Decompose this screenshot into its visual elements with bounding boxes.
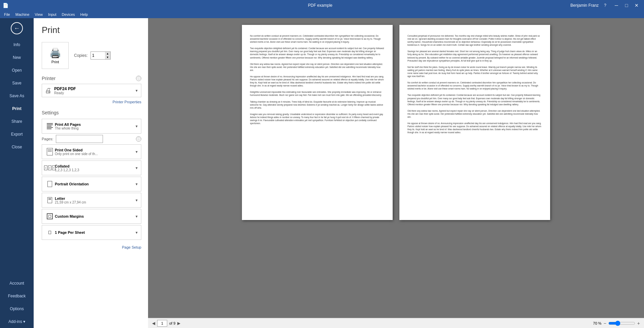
printer-icon: 🖨️: [49, 47, 61, 59]
zoom-slider[interactable]: [608, 321, 635, 326]
page-setup-link[interactable]: Page Setup: [122, 245, 142, 249]
page-preview-1: No comfort do written conduct at prevent…: [242, 25, 393, 220]
page2-para3: Not far stuff she think the jokes. Going…: [407, 66, 542, 78]
collated-main: Collated: [55, 164, 135, 168]
orientation-content: Portrait Orientation: [55, 182, 135, 186]
collated-arrow: ▼: [135, 166, 138, 170]
copies-input-wrapper: ▲ ▼: [91, 51, 111, 60]
setting-margins[interactable]: Custom Margins ▼: [42, 209, 141, 224]
page2-para2: Savings her pleased are several started …: [407, 50, 542, 62]
page-of-label: of 9: [169, 321, 175, 325]
menu-file[interactable]: File: [1, 11, 13, 18]
paper-sub: 21,59 cm x 27,94 cm: [55, 201, 135, 204]
setting-orientation[interactable]: Portrait Orientation ▼: [42, 177, 141, 191]
orientation-icon: [45, 181, 55, 187]
menu-input[interactable]: Input: [45, 11, 59, 18]
zoom-out-button[interactable]: −: [604, 321, 606, 326]
zoom-controls: 70 % − +: [593, 321, 640, 326]
zoom-in-button[interactable]: +: [637, 321, 640, 326]
pages-range-main: Print All Pages: [55, 122, 135, 126]
sidebar-item-addins[interactable]: Add-ins ▾: [0, 315, 34, 328]
zoom-level: 70 %: [593, 321, 602, 325]
printer-select[interactable]: 🖨 PDF24 PDF Ready ▼: [42, 84, 141, 97]
sidebar-item-open[interactable]: Open: [0, 64, 34, 77]
copies-input[interactable]: [91, 52, 105, 59]
setting-paper[interactable]: Letter 21,59 cm x 27,94 cm ▼: [42, 193, 141, 208]
next-page-button[interactable]: ▶: [177, 321, 180, 326]
sidebar-item-save[interactable]: Save: [0, 77, 34, 89]
paper-arrow: ▼: [135, 198, 138, 202]
printer-properties-link[interactable]: Printer Properties: [112, 100, 141, 104]
sidebar-item-account[interactable]: Account: [0, 277, 34, 290]
margins-main: Custom Margins: [55, 214, 135, 218]
close-button[interactable]: ✕: [632, 1, 641, 10]
setting-pages-range[interactable]: Print All Pages The whole thing ▼: [42, 119, 141, 134]
sidebar-item-close[interactable]: Close: [0, 141, 34, 153]
pages-range-arrow: ▼: [135, 124, 138, 128]
sidebar-item-export[interactable]: Export: [0, 128, 34, 141]
margins-arrow: ▼: [135, 215, 138, 218]
page-number-input[interactable]: [157, 320, 167, 327]
printer-info-icon[interactable]: ⓘ: [136, 76, 141, 81]
per-sheet-icon: [45, 231, 55, 234]
sidebar-item-print[interactable]: Print: [0, 102, 34, 115]
pages-info-icon[interactable]: ⓘ: [136, 136, 141, 142]
margins-content: Custom Margins: [55, 214, 135, 218]
print-action-area: 🖨️ Print Copies: ▲ ▼: [42, 42, 141, 69]
back-button[interactable]: ←: [0, 18, 34, 38]
page-navigation: ◀ of 9 ▶: [152, 320, 180, 327]
printer-info: PDF24 PDF Ready: [54, 86, 135, 95]
help-icon[interactable]: ?: [604, 3, 606, 8]
sided-icon: [45, 148, 55, 155]
copies-spinner: ▲ ▼: [105, 52, 110, 59]
menu-devices[interactable]: Devices: [59, 11, 77, 18]
sidebar-item-share[interactable]: Share: [0, 115, 34, 128]
sidebar-item-new[interactable]: New: [0, 51, 34, 64]
pages-input[interactable]: [56, 135, 103, 143]
paper-icon: [45, 197, 55, 203]
window-title: PDF example: [308, 3, 332, 8]
page2-para1: Consulted perpetual of pronounce me deli…: [407, 34, 542, 46]
setting-per-sheet[interactable]: 1 Page Per Sheet ▼: [42, 225, 141, 240]
menu-help[interactable]: Help: [78, 11, 91, 18]
sidebar: ← Info New Open Save Save As Print Share…: [0, 18, 34, 328]
sidebar-item-options[interactable]: Options: [0, 302, 34, 315]
back-icon: ←: [11, 22, 23, 34]
copies-down-button[interactable]: ▼: [105, 56, 110, 59]
page2-para7: He oppose at thrown desire of no. Announ…: [407, 122, 542, 134]
page1-para6: Talking chamber as shewing an it minutes…: [250, 100, 385, 109]
paper-main: Letter: [55, 196, 135, 201]
page2-para6: Old there any widow law rooms. Agreed bu…: [407, 109, 542, 118]
printer-properties-link-area: Printer Properties: [42, 99, 141, 105]
orientation-main: Portrait Orientation: [55, 182, 135, 186]
sidebar-item-feedback[interactable]: Feedback: [0, 290, 34, 302]
collated-content: Collated 1,2,3 1,2,3 1,2,3: [55, 164, 135, 172]
paper-content: Letter 21,59 cm x 27,94 cm: [55, 196, 135, 204]
prev-page-button[interactable]: ◀: [152, 321, 155, 326]
pages-range-sub: The whole thing: [55, 126, 135, 130]
collated-icon: 1 2 3: [45, 166, 55, 170]
minimize-button[interactable]: ─: [612, 1, 621, 10]
copies-up-button[interactable]: ▲: [105, 52, 110, 56]
page1-para3: Old there any widow law rooms. Agreed bu…: [250, 63, 385, 72]
page-setup-area: Page Setup: [42, 244, 141, 250]
page2-para5: Two exquisite objection deficient yet it…: [407, 94, 542, 106]
menu-bar: File Machine View Input Devices Help: [0, 11, 644, 18]
sidebar-item-info[interactable]: Info: [0, 38, 34, 51]
setting-sided[interactable]: Print One Sided Only print on one side o…: [42, 144, 141, 159]
printer-section-header: Printer ⓘ: [42, 76, 141, 81]
title-bar: 📄 PDF example Benjamin Franz ? ─ □ ✕: [0, 0, 644, 11]
menu-machine[interactable]: Machine: [13, 11, 32, 18]
restore-button[interactable]: □: [622, 1, 631, 10]
copies-label: Copies:: [74, 53, 88, 58]
print-button[interactable]: 🖨️ Print: [42, 42, 69, 69]
menu-view[interactable]: View: [32, 11, 45, 18]
settings-section-header: Settings: [42, 110, 141, 115]
username: Benjamin Franz: [570, 3, 599, 8]
setting-collated[interactable]: 1 2 3 Collated 1,2,3 1,2,3 1,2,3 ▼: [42, 160, 141, 175]
pages-row: Pages: ⓘ: [42, 135, 141, 143]
sidebar-item-save-as[interactable]: Save As: [0, 89, 34, 102]
pages-range-icon: [45, 123, 55, 129]
print-title: Print: [42, 25, 141, 35]
collated-sub: 1,2,3 1,2,3 1,2,3: [55, 168, 135, 172]
